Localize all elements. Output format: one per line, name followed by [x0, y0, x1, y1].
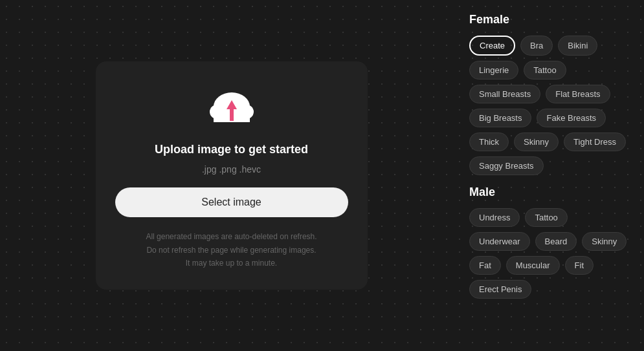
female-tag-bra[interactable]: Bra: [520, 36, 553, 56]
female-tags-grid: CreateBraBikiniLingerieTattooSmall Breas…: [469, 36, 631, 175]
male-tag-undress[interactable]: Undress: [469, 208, 520, 227]
male-tag-fat[interactable]: Fat: [469, 256, 501, 275]
select-image-button[interactable]: Select image: [115, 187, 348, 217]
upload-notice: All generated images are auto-deleted on…: [146, 230, 316, 270]
upload-card: Upload image to get started .jpg .png .h…: [96, 61, 368, 289]
female-tag-fake-breasts[interactable]: Fake Breasts: [537, 109, 606, 127]
upload-title: Upload image to get started: [155, 143, 308, 156]
female-tag-tattoo[interactable]: Tattoo: [524, 61, 566, 80]
male-tag-fit[interactable]: Fit: [565, 256, 594, 275]
male-tag-beard[interactable]: Beard: [535, 232, 577, 251]
male-section: Male UndressTattooUnderwearBeardSkinnyFa…: [469, 186, 631, 299]
female-section-title: Female: [469, 13, 631, 27]
male-tag-muscular[interactable]: Muscular: [506, 256, 560, 275]
upload-formats: .jpg .png .hevc: [202, 164, 261, 175]
female-tag-lingerie[interactable]: Lingerie: [469, 61, 518, 80]
female-tag-flat-breasts[interactable]: Flat Breasts: [546, 85, 610, 103]
female-tag-big-breasts[interactable]: Big Breasts: [469, 109, 531, 127]
male-tag-tattoo[interactable]: Tattoo: [525, 208, 567, 227]
left-panel: Upload image to get started .jpg .png .h…: [0, 0, 463, 351]
female-tag-saggy-breasts[interactable]: Saggy Breasts: [469, 156, 544, 175]
female-tag-small-breasts[interactable]: Small Breasts: [469, 85, 540, 103]
female-section: Female CreateBraBikiniLingerieTattooSmal…: [469, 13, 631, 175]
male-tag-erect-penis[interactable]: Erect Penis: [469, 280, 531, 299]
female-tag-skinny[interactable]: Skinny: [514, 133, 559, 151]
upload-icon: [206, 87, 258, 133]
male-tag-skinny[interactable]: Skinny: [582, 232, 627, 251]
female-tag-thick[interactable]: Thick: [469, 133, 509, 151]
male-tag-underwear[interactable]: Underwear: [469, 232, 530, 251]
female-tag-bikini[interactable]: Bikini: [558, 36, 597, 56]
female-tag-tight-dress[interactable]: Tight Dress: [564, 133, 626, 151]
female-tag-create[interactable]: Create: [469, 36, 515, 56]
male-section-title: Male: [469, 186, 631, 199]
male-tags-grid: UndressTattooUnderwearBeardSkinnyFatMusc…: [469, 208, 631, 299]
right-panel: Female CreateBraBikiniLingerieTattooSmal…: [463, 0, 644, 351]
